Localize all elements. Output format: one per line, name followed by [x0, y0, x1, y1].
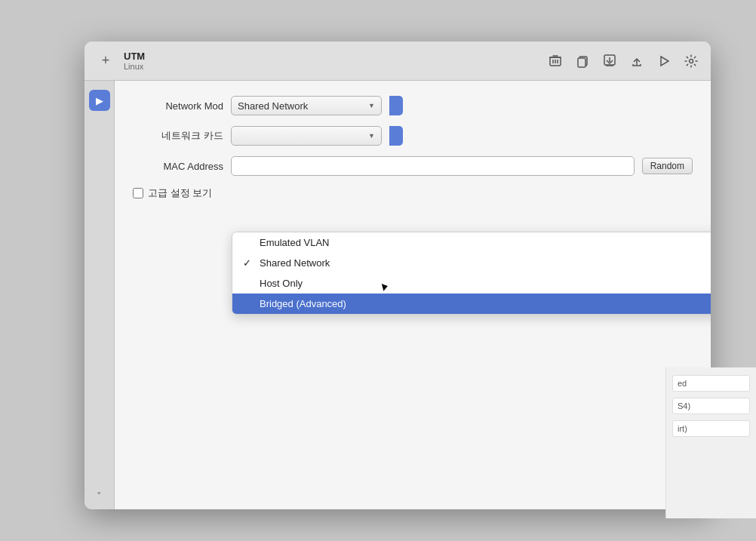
main-panel: Network Mod Shared Network 네트워크 카드 MAC A… — [115, 81, 711, 509]
sidebar: ▶ ˅ — [85, 81, 115, 509]
download-icon[interactable] — [602, 54, 617, 69]
settings-icon[interactable] — [684, 54, 699, 69]
svg-marker-12 — [661, 57, 668, 66]
network-mode-select[interactable]: Shared Network — [231, 96, 382, 115]
sidebar-chevron-icon: ˅ — [97, 490, 102, 502]
mac-address-label: MAC Address — [133, 161, 223, 172]
toolbar-actions — [548, 54, 699, 69]
network-card-select[interactable] — [231, 126, 382, 146]
advanced-settings-row: 고급 설정 보기 — [133, 186, 693, 200]
bg-item-1: ed — [672, 375, 750, 392]
svg-point-13 — [690, 59, 693, 63]
utm-window: + UTM Linux — [85, 41, 711, 509]
random-button[interactable]: Random — [642, 158, 693, 174]
dropdown-item-host-only[interactable]: Host Only — [232, 273, 711, 294]
titlebar: + UTM Linux — [85, 41, 711, 81]
bg-item-2: S4) — [672, 398, 750, 414]
app-subtitle: Linux — [124, 62, 145, 71]
svg-rect-7 — [578, 58, 585, 67]
network-mode-dropdown: Emulated VLAN Shared Network Host Only B… — [232, 232, 711, 315]
background-panel: ed S4) irt) — [665, 367, 756, 518]
play-icon[interactable] — [656, 54, 671, 69]
network-card-label: 네트워크 카드 — [133, 129, 223, 143]
network-mode-value: Shared Network — [238, 100, 308, 112]
network-card-btn[interactable] — [389, 126, 403, 146]
mac-address-row: MAC Address E5:AB:62:00:09:01 Random — [133, 156, 693, 176]
dropdown-item-shared-network[interactable]: Shared Network — [232, 253, 711, 273]
sidebar-nav-button[interactable]: ▶ — [89, 90, 110, 111]
network-mode-row: Network Mod Shared Network — [133, 96, 693, 115]
app-info: UTM Linux — [124, 51, 145, 71]
network-mode-label: Network Mod — [133, 100, 223, 112]
mac-address-input[interactable]: E5:AB:62:00:09:01 — [231, 156, 635, 176]
content-area: ▶ ˅ Network Mod Shared Network 네트워크 카드 M… — [85, 81, 711, 509]
advanced-label: 고급 설정 보기 — [148, 186, 212, 200]
delete-icon[interactable] — [548, 54, 563, 69]
network-mode-btn[interactable] — [389, 96, 403, 115]
advanced-checkbox[interactable] — [133, 188, 143, 198]
share-icon[interactable] — [629, 54, 644, 69]
app-title: UTM — [124, 51, 145, 62]
network-card-row: 네트워크 카드 — [133, 126, 693, 146]
add-button[interactable]: + — [97, 52, 115, 70]
bg-item-3: irt) — [672, 420, 750, 437]
dropdown-item-bridged-advanced[interactable]: Bridged (Advanced) — [232, 294, 711, 314]
copy-icon[interactable] — [575, 54, 590, 69]
dropdown-item-emulated-vlan[interactable]: Emulated VLAN — [232, 232, 711, 253]
